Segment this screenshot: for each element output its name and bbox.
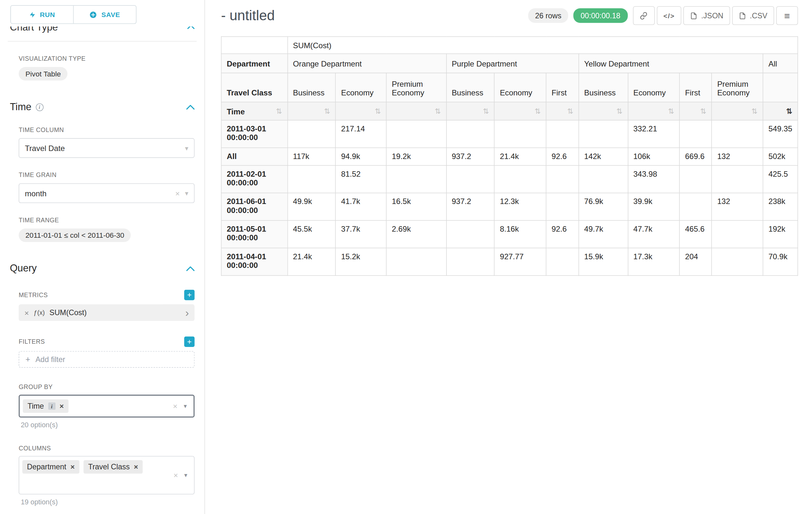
pivot-value-cell bbox=[494, 165, 546, 193]
pivot-table: SUM(Cost)DepartmentOrange DepartmentPurp… bbox=[221, 36, 798, 276]
pivot-value-cell bbox=[546, 120, 579, 148]
remove-chip-icon[interactable]: × bbox=[134, 463, 138, 470]
sort-icon[interactable]: ⇅ bbox=[535, 108, 541, 115]
pivot-value-cell: 106k bbox=[628, 148, 679, 165]
pivot-value-cell: 15.9k bbox=[579, 248, 628, 276]
time-column-select[interactable]: Travel Date ▾ bbox=[19, 138, 195, 158]
sort-icon[interactable]: ⇅ bbox=[700, 108, 706, 115]
query-section-header: Query bbox=[10, 263, 195, 274]
metric-header: SUM(Cost) bbox=[288, 37, 798, 54]
pivot-row: 2011-05-01 00:00:0045.5k37.7k2.69k8.16k9… bbox=[221, 220, 798, 248]
sort-icon[interactable]: ⇅ bbox=[483, 108, 489, 115]
caret-down-icon[interactable]: ▼ bbox=[183, 472, 188, 478]
pivot-value-cell: 192k bbox=[763, 220, 798, 248]
pivot-value-cell: 217.14 bbox=[336, 120, 386, 148]
sort-icon[interactable]: ⇅ bbox=[375, 108, 381, 115]
group-by-options-hint: 20 option(s) bbox=[21, 421, 195, 429]
travel-class-header: Business bbox=[579, 73, 628, 102]
chart-title[interactable]: - untitled bbox=[221, 7, 275, 23]
pivot-row: All117k94.9k19.2k937.221.4k92.6142k106k6… bbox=[221, 148, 798, 165]
metrics-label: METRICS bbox=[19, 291, 48, 299]
pivot-value-cell: 132 bbox=[712, 193, 763, 221]
remove-chip-icon[interactable]: × bbox=[59, 403, 63, 410]
lightning-icon bbox=[29, 10, 36, 18]
sort-desc-icon[interactable]: ⇅ bbox=[786, 108, 792, 115]
columns-select[interactable]: Department × Travel Class × × ▼ bbox=[19, 456, 195, 494]
pivot-row: 2011-04-01 00:00:0021.4k15.2k927.7715.9k… bbox=[221, 248, 798, 276]
travel-class-header: Premium Economy bbox=[712, 73, 763, 102]
run-button[interactable]: RUN bbox=[11, 6, 73, 23]
group-header: Orange Department bbox=[288, 54, 446, 73]
section-title: Time bbox=[10, 101, 31, 113]
group-by-chip[interactable]: Time i × bbox=[23, 399, 68, 413]
pivot-value-cell: 49.7k bbox=[579, 220, 628, 248]
sort-header-cell: ⇅ bbox=[386, 102, 446, 120]
sort-icon[interactable]: ⇅ bbox=[616, 108, 622, 115]
copy-link-button[interactable] bbox=[633, 6, 655, 25]
sort-header-cell: ⇅ bbox=[336, 102, 386, 120]
pivot-value-cell: 21.4k bbox=[494, 148, 546, 165]
pivot-value-cell bbox=[446, 165, 494, 193]
run-save-button-group: RUN SAVE bbox=[10, 5, 137, 24]
remove-chip-icon[interactable]: × bbox=[70, 463, 75, 470]
columns-chip[interactable]: Department × bbox=[23, 460, 80, 474]
corner-cell bbox=[221, 37, 287, 54]
pivot-value-cell bbox=[386, 165, 446, 193]
sort-icon[interactable]: ⇅ bbox=[276, 108, 282, 115]
sort-header-cell: ⇅ bbox=[494, 102, 546, 120]
export-toolbar: </> .JSON .CSV ≡ bbox=[633, 6, 798, 25]
travel-class-header: Premium Economy bbox=[386, 73, 446, 102]
metric-name: SUM(Cost) bbox=[50, 308, 87, 317]
pivot-value-cell bbox=[546, 193, 579, 221]
collapse-section-icon[interactable] bbox=[186, 105, 195, 110]
pivot-value-cell bbox=[386, 248, 446, 276]
caret-down-icon[interactable]: ▼ bbox=[183, 404, 188, 409]
travel-class-header: Business bbox=[446, 73, 494, 102]
add-filter-plus-button[interactable]: + bbox=[184, 337, 195, 347]
pivot-value-cell bbox=[288, 165, 336, 193]
pivot-value-cell: 94.9k bbox=[336, 148, 386, 165]
sort-header-cell: ⇅ bbox=[680, 102, 712, 120]
clear-icon[interactable]: × bbox=[175, 189, 180, 197]
menu-button[interactable]: ≡ bbox=[776, 6, 798, 25]
clear-icon[interactable]: × bbox=[173, 471, 178, 479]
control-panel: RUN SAVE Chart Type VISUALIZATION TYPE P… bbox=[0, 0, 205, 514]
chevron-up-icon[interactable] bbox=[187, 26, 195, 29]
columns-chip[interactable]: Travel Class × bbox=[83, 460, 143, 474]
add-metric-button[interactable]: + bbox=[184, 290, 195, 300]
add-filter-button[interactable]: + Add filter bbox=[19, 351, 195, 368]
group-by-select[interactable]: Time i × × ▼ bbox=[19, 395, 195, 417]
view-query-button[interactable]: </> bbox=[657, 6, 682, 25]
export-json-button[interactable]: .JSON bbox=[684, 6, 730, 25]
pivot-value-cell: 669.6 bbox=[680, 148, 712, 165]
sort-icon[interactable]: ⇅ bbox=[751, 108, 757, 115]
sort-icon[interactable]: ⇅ bbox=[567, 108, 573, 115]
chart-type-section-header: Chart Type bbox=[10, 26, 195, 36]
collapse-section-icon[interactable] bbox=[186, 266, 195, 271]
time-range-value[interactable]: 2011-01-01 ≤ col < 2011-06-30 bbox=[19, 228, 131, 242]
save-button[interactable]: SAVE bbox=[74, 6, 136, 23]
chip-label: Time bbox=[28, 402, 44, 410]
metric-item[interactable]: × ƒ(x) SUM(Cost) › bbox=[19, 304, 195, 321]
sort-icon[interactable]: ⇅ bbox=[668, 108, 674, 115]
file-icon bbox=[690, 11, 698, 19]
remove-metric-icon[interactable]: × bbox=[24, 308, 29, 317]
pivot-value-cell bbox=[446, 120, 494, 148]
pivot-value-cell: 15.2k bbox=[336, 248, 386, 276]
clear-icon[interactable]: × bbox=[173, 402, 177, 410]
pivot-value-cell bbox=[680, 165, 712, 193]
pivot-value-cell: 16.5k bbox=[386, 193, 446, 221]
function-icon: ƒ(x) bbox=[34, 309, 45, 317]
pivot-value-cell bbox=[579, 165, 628, 193]
file-icon bbox=[739, 11, 746, 19]
group-header: All bbox=[763, 54, 798, 73]
chevron-right-icon[interactable]: › bbox=[185, 307, 189, 318]
sort-icon[interactable]: ⇅ bbox=[435, 108, 441, 115]
columns-field-header: COLUMNS bbox=[19, 444, 195, 452]
pivot-value-cell: 21.4k bbox=[288, 248, 336, 276]
time-grain-select[interactable]: month × ▾ bbox=[19, 184, 195, 203]
sort-icon[interactable]: ⇅ bbox=[324, 108, 330, 115]
export-csv-button[interactable]: .CSV bbox=[732, 6, 774, 25]
pivot-value-cell: 549.35 bbox=[763, 120, 798, 148]
visualization-type-value[interactable]: Pivot Table bbox=[19, 67, 67, 81]
